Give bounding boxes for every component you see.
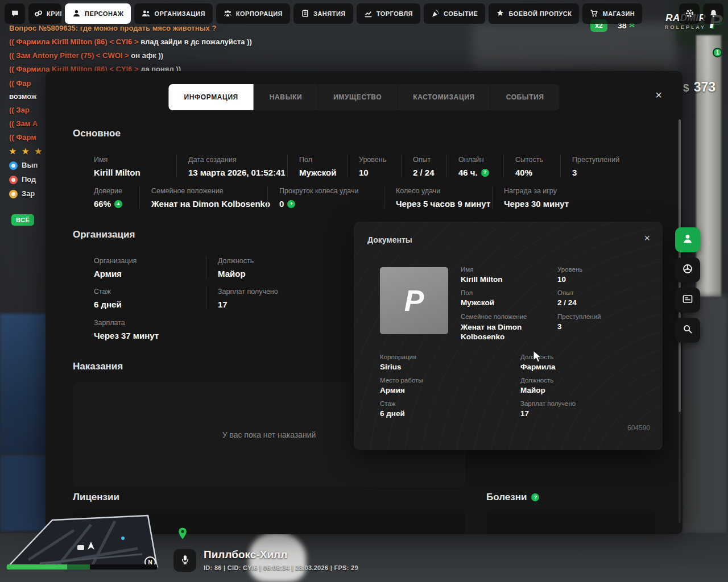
status-line: ID: 86 | CID: CYI6 | 06:08:34 | 28.03.20… (204, 564, 358, 571)
document-id-number: 604590 (627, 424, 650, 432)
notifications-button[interactable] (703, 3, 723, 24)
tab-events[interactable]: СОБЫТИЯ (491, 84, 560, 110)
chat-notice-gift: Под (9, 174, 36, 185)
doc-field-work-rank: Должность Майор (520, 377, 553, 394)
radmir-logo-glyph: Р (404, 284, 424, 318)
tab-organization[interactable]: ОРГАНИЗАЦИЯ (134, 3, 212, 24)
two-people-icon (142, 9, 150, 19)
field-created: Дата создания 13 марта 2026, 01:52:41 (176, 155, 287, 177)
health-bar (7, 564, 157, 569)
field-org-salary-timer: Зарплата Через 37 минут (94, 318, 206, 340)
tab-corporation[interactable]: КОРПОРАЦИЯ (216, 3, 290, 24)
gift-icon (9, 176, 18, 184)
field-trust: Доверие 66%▲ (94, 186, 139, 209)
documents-photo: Р (380, 267, 448, 334)
currency-symbol: $ (683, 82, 689, 94)
documents-panel-button[interactable] (675, 288, 700, 313)
health-fill (7, 564, 67, 569)
field-org-name: Организация Армия (94, 256, 206, 278)
chat-line: (( Зам Antony Pitter (75) < CWOI > он аф… (9, 50, 163, 61)
trust-badge[interactable]: ▲ (114, 200, 122, 208)
doc-field-crimes: Преступлений 3 (557, 313, 601, 331)
chat-notice-salary: Зар (9, 188, 35, 199)
field-org-tenure: Стаж 6 дней (94, 286, 206, 309)
character-modal-tabs: ИНФОРМАЦИЯ НАВЫКИ ИМУЩЕСТВО КАСТОМИЗАЦИЯ… (168, 84, 559, 110)
section-title-licenses: Лицензии (73, 492, 119, 503)
game-screen: Вопрос №5809635: где можно продать мясо … (0, 0, 728, 582)
field-game-reward: Награда за игру Через 30 минут (492, 186, 631, 209)
tab-information[interactable]: ИНФОРМАЦИЯ (168, 84, 254, 110)
section-title-diseases: Болезни ? (486, 492, 539, 503)
chat-bubble-icon (11, 9, 19, 19)
location-name: Пиллбокс-Хилл (204, 548, 287, 561)
star-medal-icon (496, 9, 504, 19)
section-title-organization: Организация (73, 229, 135, 240)
chat-line: возмож (9, 91, 36, 102)
gear-icon (685, 9, 694, 19)
chat-rating-stars: ★ ★ ★ (9, 146, 43, 157)
field-online: Онлайн 46 ч.? (446, 155, 503, 177)
doc-field-name: Имя Kirill Milton (461, 266, 503, 284)
field-wheel-spins: Прокруток колеса удачи 0+ (267, 186, 384, 209)
vehicle-panel-button[interactable] (675, 257, 700, 282)
close-icon[interactable]: × (644, 233, 650, 243)
clipboard-icon (301, 9, 309, 19)
tab-criminal[interactable]: КРИМИНАЛ (28, 3, 61, 24)
money-amount: 373 (694, 80, 715, 95)
chat-all-filter-button[interactable]: ВСЁ (11, 214, 34, 226)
doc-field-level: Уровень 10 (557, 266, 582, 284)
health-fill-dark (67, 564, 90, 569)
doc-field-corp-rank: Должность Фармила (520, 354, 555, 371)
field-marital: Семейное положение Женат на Dimon Kolbos… (139, 186, 267, 209)
chat-notice-payout: Вып (9, 160, 38, 171)
tab-property[interactable]: ИМУЩЕСТВО (318, 84, 398, 110)
doc-field-tenure: Стаж 6 дней (380, 400, 405, 418)
close-icon[interactable]: × (655, 89, 662, 101)
chat-line: (( Фармила Kirill Milton (86) < CYI6 > в… (9, 36, 252, 48)
field-org-rank: Должность Майор (206, 256, 377, 278)
tab-jobs[interactable]: ЗАНЯТИЯ (293, 3, 353, 24)
handcuffs-icon (34, 9, 43, 19)
documents-title: Документы (367, 235, 412, 244)
money-display: $ 373 (683, 80, 715, 95)
tab-character[interactable]: ПЕРСОНАЖ (65, 3, 131, 24)
org-fields-row3: Зарплата Через 37 минут (94, 318, 206, 340)
gps-marker-icon (177, 527, 188, 542)
id-card-icon (682, 293, 693, 307)
tab-trade[interactable]: ТОРГОВЛЯ (357, 3, 420, 24)
bg-street (472, 23, 677, 70)
info-badge[interactable]: ? (481, 169, 489, 177)
org-fields-row2: Стаж 6 дней Зарплат получено 17 (94, 286, 377, 309)
tab-event[interactable]: СОБЫТИЕ (424, 3, 485, 24)
org-fields-row1: Организация Армия Должность Майор (94, 256, 377, 278)
minimap: N (6, 513, 160, 571)
doc-field-corporation: Корпорация Sirius (380, 354, 416, 371)
level-badge: 1 (713, 48, 722, 57)
add-spin-badge[interactable]: + (287, 200, 295, 208)
chat-line: (( Фарм (9, 132, 36, 143)
microphone-button[interactable] (173, 549, 196, 572)
tab-skills[interactable]: НАВЫКИ (254, 84, 318, 110)
settings-button[interactable] (679, 3, 700, 24)
tab-shop[interactable]: МАГАЗИН (582, 3, 642, 24)
tab-customization[interactable]: КАСТОМИЗАЦИЯ (398, 84, 490, 110)
main-fields-row1: Имя Kirill Milton Дата создания 13 марта… (94, 155, 654, 177)
documents-modal: Документы × Р Имя Kirill Milton Уровень … (354, 222, 663, 450)
field-level: Уровень 10 (347, 155, 401, 177)
search-panel-button[interactable] (675, 318, 700, 343)
payout-icon (9, 161, 18, 170)
field-org-salaries: Зарплат получено 17 (206, 286, 377, 309)
diseases-help-badge[interactable]: ? (531, 493, 539, 501)
magnifier-icon (682, 323, 693, 337)
microphone-icon (180, 555, 190, 567)
field-hunger: Сытость 40% (503, 155, 560, 177)
nav-spacer (646, 3, 676, 24)
character-panel-button[interactable] (675, 227, 700, 252)
penalties-empty-text: У вас пока нет наказаний (222, 430, 316, 439)
field-wheel-timer: Колесо удачи Через 5 часов 9 минут (384, 186, 492, 209)
tab-battlepass[interactable]: БОЕВОЙ ПРОПУСК (489, 3, 579, 24)
field-exp: Опыт 2 / 24 (401, 155, 446, 177)
chat-button[interactable] (5, 3, 25, 24)
cart-icon (590, 9, 598, 19)
section-title-main: Основное (73, 128, 121, 139)
